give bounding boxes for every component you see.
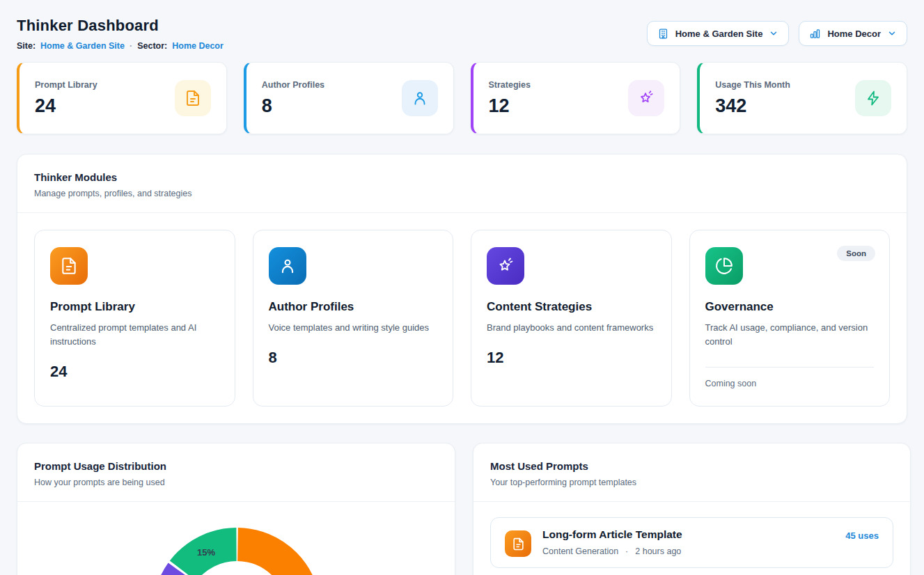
stat-value: 24 [35,95,97,117]
most-used-prompts-panel: Most Used Prompts Your top-performing pr… [473,443,911,575]
prompt-time: 2 hours ago [635,546,681,556]
sparkle-star-icon [487,247,524,285]
chevron-down-icon [769,29,778,38]
prompt-title: Long-form Article Template [542,528,834,541]
dashboard-page: Thinker Dashboard Site: Home & Garden Si… [0,0,924,575]
module-title: Governance [705,300,875,314]
module-description: Track AI usage, compliance, and version … [705,321,875,349]
site-selector-label: Home & Garden Site [675,29,763,39]
document-icon [175,80,211,116]
stat-label: Prompt Library [35,80,97,90]
stat-value: 8 [262,95,324,117]
site-link[interactable]: Home & Garden Site [40,41,125,51]
prompt-category: Content Generation [542,546,618,556]
breadcrumb-separator: · [130,41,132,51]
stat-card-usage: Usage This Month 342 [697,62,907,134]
header-actions: Home & Garden Site Home Decor [647,21,907,46]
lightning-icon [855,80,891,116]
stat-label: Usage This Month [715,80,790,90]
coming-soon-text: Coming soon [705,368,875,388]
modules-title: Thinker Modules [34,171,890,183]
user-icon [269,247,306,285]
page-title: Thinker Dashboard [17,17,224,35]
module-description: Voice templates and writing style guides [269,321,438,335]
usage-chart-title: Prompt Usage Distribution [34,460,438,472]
document-icon [505,530,531,557]
prompt-uses-badge: 45 uses [845,530,879,541]
bar-chart-icon [809,28,821,40]
module-card-content-strategies[interactable]: Content Strategies Brand playbooks and c… [471,230,672,407]
sector-link[interactable]: Home Decor [172,41,224,51]
module-count: 8 [269,349,438,367]
stat-card-strategies: Strategies 12 [471,62,681,134]
module-card-governance[interactable]: Soon Governance Track AI usage, complian… [689,230,891,407]
sector-selector-button[interactable]: Home Decor [799,21,907,46]
site-selector-button[interactable]: Home & Garden Site [647,21,790,46]
document-icon [50,247,88,285]
pie-chart-icon [705,247,743,285]
donut-chart: 15% [17,502,455,575]
sparkle-star-icon [628,80,664,116]
module-count: 24 [50,363,219,381]
usage-chart-subtitle: How your prompts are being used [34,478,438,487]
stat-value: 12 [489,95,531,117]
header-left: Thinker Dashboard Site: Home & Garden Si… [17,17,224,51]
most-used-title: Most Used Prompts [490,460,893,472]
page-header: Thinker Dashboard Site: Home & Garden Si… [17,17,907,51]
meta-separator: · [625,546,628,556]
module-card-author-profiles[interactable]: Author Profiles Voice templates and writ… [253,230,454,407]
most-used-subtitle: Your top-performing prompt templates [490,478,893,487]
module-title: Content Strategies [487,300,656,314]
stat-card-prompt-library: Prompt Library 24 [17,62,227,134]
module-count: 12 [487,349,656,367]
module-card-prompt-library[interactable]: Prompt Library Centralized prompt templa… [34,230,235,407]
site-label: Site: [17,41,36,51]
modules-grid: Prompt Library Centralized prompt templa… [17,213,907,423]
stats-row: Prompt Library 24 Author Profiles 8 [17,62,907,134]
stat-label: Strategies [489,80,531,90]
stat-value: 342 [715,95,790,117]
soon-badge: Soon [837,246,875,261]
sector-label: Sector: [137,41,167,51]
stat-label: Author Profiles [262,80,324,90]
prompt-usage-panel: Prompt Usage Distribution How your promp… [17,443,455,575]
prompt-list-item[interactable]: Long-form Article Template Content Gener… [490,517,893,568]
donut-segment-label: 15% [197,547,215,558]
user-icon [402,80,438,116]
module-title: Author Profiles [269,300,438,314]
chevron-down-icon [887,29,897,38]
module-description: Centralized prompt templates and AI inst… [50,321,219,349]
building-icon [657,28,669,40]
sector-selector-label: Home Decor [827,29,881,39]
breadcrumb: Site: Home & Garden Site · Sector: Home … [17,41,224,51]
stat-card-author-profiles: Author Profiles 8 [244,62,454,134]
modules-subtitle: Manage prompts, profiles, and strategies [34,189,890,198]
thinker-modules-panel: Thinker Modules Manage prompts, profiles… [17,154,907,424]
module-title: Prompt Library [50,300,219,314]
module-description: Brand playbooks and content frameworks [487,321,656,335]
bottom-row: Prompt Usage Distribution How your promp… [17,443,907,575]
